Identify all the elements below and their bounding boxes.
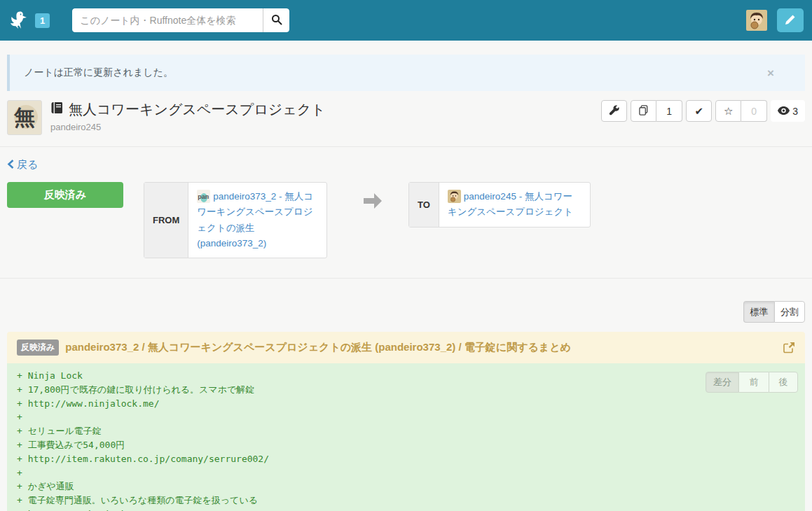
search-input[interactable] — [72, 8, 263, 32]
toggle-split[interactable]: 分割 — [774, 301, 805, 323]
check-button[interactable]: ✔ — [686, 100, 712, 122]
diff-line: + — [7, 410, 805, 424]
diff-line: + http://www.ninjalock.me/ — [7, 397, 805, 411]
diff-line: + Ninja Lock — [7, 369, 805, 383]
navbar: 1 — [0, 0, 812, 41]
diff-controls: 差分 前 後 — [706, 372, 798, 393]
merge-status-button[interactable]: 反映済み — [7, 182, 123, 208]
search-icon — [271, 14, 282, 27]
diff-line: + — [7, 466, 805, 480]
to-note-link[interactable]: pandeiro245 - 無人コワーキングスペースプロジェクト — [448, 191, 573, 217]
diff-line: + 電子錠専門通販。いろいろな種類の電子錠を扱っている — [7, 493, 805, 507]
before-mode-button[interactable]: 前 — [739, 372, 769, 393]
view-counter: 3 — [771, 100, 805, 122]
view-count: 3 — [792, 106, 798, 117]
arrow-right-icon — [362, 192, 383, 213]
divider-1 — [0, 146, 812, 147]
to-avatar — [448, 190, 461, 203]
search-group — [72, 8, 289, 32]
new-note-button[interactable] — [777, 8, 804, 32]
merge-to-box: TO pandeiro245 - 無人コワーキングスペースプロジェクト — [408, 182, 591, 227]
diff-title: pandeiro373_2 / 無人コワーキングスペースプロジェクトの派生 (p… — [65, 341, 775, 354]
bird-logo-icon — [8, 10, 29, 30]
diff-body: 差分 前 後 + Ninja Lock + 17,800円で既存の鍵に取り付けら… — [7, 363, 805, 511]
fork-count[interactable]: 1 — [656, 100, 682, 122]
from-note-link[interactable]: pandeiro373_2 - 無人コワーキングスペースプロジェクトの派生 (p… — [197, 191, 313, 248]
note-title: 無人コワーキングスペースプロジェクト — [69, 100, 326, 119]
star-button[interactable]: ☆ — [715, 100, 741, 122]
settings-button[interactable] — [601, 100, 627, 122]
to-label: TO — [409, 183, 439, 227]
chevron-left-icon — [7, 159, 14, 171]
diff-line: + セリュール電子錠 — [7, 424, 805, 438]
check-icon: ✔ — [694, 106, 703, 116]
app-logo[interactable]: 1 — [8, 10, 50, 30]
notebook-icon — [50, 102, 64, 118]
merge-from-box: FROM pan pandeiro373_2 - 無人コワーキングスペースプロジ… — [144, 182, 327, 258]
back-link[interactable]: 戻る — [7, 158, 38, 172]
divider-2 — [0, 278, 812, 279]
diff-line: + かぎや通販 — [7, 479, 805, 493]
fork-button[interactable] — [631, 100, 656, 122]
flash-close-icon[interactable]: × — [767, 67, 774, 79]
diff-line: + http://www.kagi-shop.com/ — [7, 507, 805, 511]
star-icon: ☆ — [724, 106, 733, 116]
fork-group: 1 — [631, 100, 682, 122]
diff-header: 反映済み pandeiro373_2 / 無人コワーキングスペースプロジェクトの… — [7, 332, 805, 363]
eye-icon — [778, 106, 790, 117]
diff-line: + 17,800円で既存の鍵に取り付けられる。スマホで解錠 — [7, 383, 805, 397]
pencil-icon — [785, 14, 796, 27]
star-count[interactable]: 0 — [741, 100, 767, 122]
wrench-icon — [609, 105, 619, 118]
flash-text: ノートは正常に更新されました。 — [24, 66, 173, 79]
toggle-standard[interactable]: 標準 — [743, 301, 774, 323]
notification-badge[interactable]: 1 — [35, 13, 50, 28]
view-toggle: 標準 分割 — [7, 301, 805, 323]
user-avatar[interactable] — [746, 10, 767, 31]
diff-status-badge: 反映済み — [17, 340, 59, 356]
star-group: ☆ 0 — [715, 100, 767, 122]
from-label: FROM — [144, 183, 188, 258]
diff-panel: 反映済み pandeiro373_2 / 無人コワーキングスペースプロジェクトの… — [7, 332, 805, 511]
search-button[interactable] — [263, 8, 289, 32]
flash-message: ノートは正常に更新されました。 × — [7, 55, 805, 91]
note-header: 無 無人コワーキングスペースプロジェクト pandeiro245 — [7, 100, 805, 135]
copy-icon — [638, 105, 649, 118]
note-owner[interactable]: pandeiro245 — [50, 122, 326, 132]
diff-line: + 工事費込みで54,000円 — [7, 438, 805, 452]
note-avatar[interactable]: 無 — [7, 100, 42, 135]
external-link-icon[interactable] — [783, 342, 795, 354]
after-mode-button[interactable]: 後 — [769, 372, 798, 393]
diff-mode-button[interactable]: 差分 — [706, 372, 739, 393]
diff-line: + http://item.rakuten.co.jp/comany/serru… — [7, 452, 805, 466]
from-avatar: pan — [197, 190, 210, 203]
merge-section: 反映済み FROM pan pandeiro373_2 - 無人コワーキングスペ… — [7, 182, 805, 258]
